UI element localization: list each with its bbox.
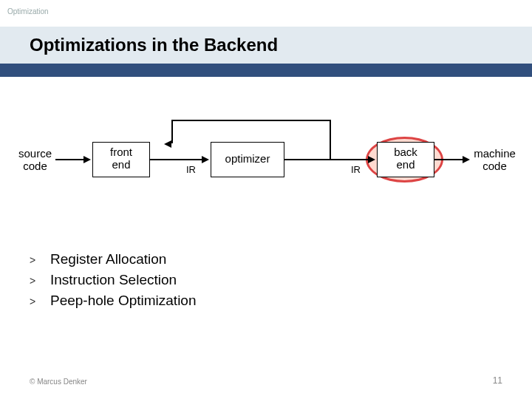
arrow-source-front <box>55 159 85 160</box>
source-line1: source <box>18 147 52 160</box>
bypass-right-v <box>330 120 331 160</box>
front-line1: front <box>110 146 132 158</box>
bullet-text-3: Peep-hole Optimization <box>50 293 197 309</box>
bypass-top-h <box>171 120 331 121</box>
bypass-left-v <box>171 120 173 143</box>
list-item: > Instruction Selection <box>30 272 197 288</box>
page-number: 11 <box>493 375 502 386</box>
topic-label: Optimization <box>7 7 49 16</box>
back-end-label: back end <box>377 146 434 171</box>
arrow-back-machine-head <box>463 156 470 163</box>
machine-line2: code <box>482 160 507 172</box>
ir-label-1: IR <box>186 164 196 175</box>
title-band: Optimizations in the Backend <box>0 27 532 64</box>
ir-label-2: IR <box>351 164 361 175</box>
machine-line1: machine <box>474 147 516 160</box>
bullet-text-1: Register Allocation <box>50 251 166 267</box>
arrow-opt-back <box>284 159 369 160</box>
footer-copyright: © Marcus Denker <box>30 378 87 386</box>
compiler-pipeline-diagram: source code front end IR optimizer IR ba… <box>15 111 517 214</box>
list-item: > Peep-hole Optimization <box>30 293 197 309</box>
front-end-label: front end <box>92 146 150 171</box>
bypass-head-left <box>164 140 171 148</box>
bullet-marker: > <box>30 275 50 287</box>
arrow-source-front-head <box>83 156 91 163</box>
opt-line1: optimizer <box>225 152 270 165</box>
arrow-front-opt-head <box>202 156 209 163</box>
back-line1: back <box>394 146 417 158</box>
bullet-marker: > <box>30 296 50 307</box>
bullet-text-2: Instruction Selection <box>50 272 177 288</box>
arrow-back-machine <box>434 159 464 160</box>
source-code-label: source code <box>15 148 55 172</box>
bullet-list: > Register Allocation > Instruction Sele… <box>30 251 197 313</box>
page-title: Optimizations in the Backend <box>30 35 278 55</box>
optimizer-label: optimizer <box>211 153 284 166</box>
back-line2: end <box>396 158 415 171</box>
accent-bar <box>0 64 532 77</box>
bullet-marker: > <box>30 254 50 266</box>
source-line2: code <box>23 160 47 172</box>
arrow-front-opt <box>150 159 203 160</box>
machine-code-label: machine code <box>471 148 519 172</box>
front-line2: end <box>112 158 130 171</box>
list-item: > Register Allocation <box>30 251 197 267</box>
arrow-opt-back-head <box>368 156 375 163</box>
